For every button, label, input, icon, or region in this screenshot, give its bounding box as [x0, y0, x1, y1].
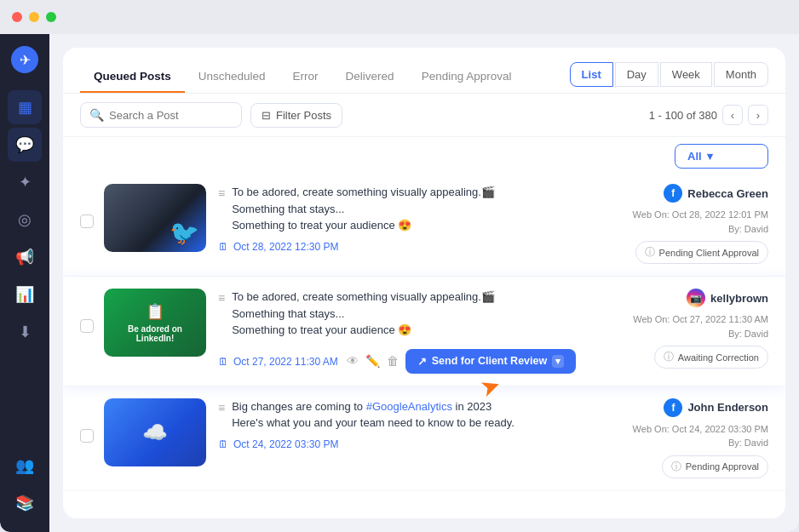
view-list-button[interactable]: List — [570, 62, 613, 87]
linkedin-thumb-text: Be adored on LinkedIn! — [128, 324, 182, 343]
sidebar: ✈ ▦ 💬 ✦ ◎ 📢 📊 ⬇ 👥 — [0, 34, 49, 532]
tab-pending-approval[interactable]: Pending Approval — [408, 61, 526, 93]
post-content-3: ≡ Big changes are coming to #GoogleAnaly… — [218, 398, 615, 450]
view-month-button[interactable]: Month — [714, 62, 768, 87]
sidebar-item-megaphone[interactable]: 📢 — [8, 240, 42, 274]
sidebar-item-support[interactable]: ◎ — [8, 203, 42, 237]
post-thumbnail-3: ☁️ — [104, 398, 206, 466]
post-checkbox-1[interactable] — [80, 215, 94, 228]
pagination-prev[interactable]: ‹ — [722, 105, 743, 125]
dashboard-icon: ▦ — [18, 98, 32, 117]
view-toggles: List Day Week Month — [570, 62, 768, 87]
chevron-down-icon: ▾ — [707, 150, 713, 163]
send-btn-label: Send for Client Review — [432, 355, 547, 367]
delete-icon[interactable]: 🗑 — [387, 354, 399, 368]
status-text-2: Awaiting Correction — [678, 352, 759, 363]
post-by-1: By: David — [633, 222, 768, 237]
search-box[interactable]: 🔍 — [80, 102, 242, 128]
sidebar-item-library[interactable]: 📚 — [8, 486, 42, 520]
account-name-2: kellybrown — [710, 292, 768, 305]
sidebar-item-chat[interactable]: 💬 — [8, 128, 42, 162]
account-name-3: John Enderson — [687, 401, 768, 414]
post-schedule-meta-2: Web On: Oct 27, 2022 11:30 AM By: David — [633, 312, 768, 340]
app-window: ✈ ▦ 💬 ✦ ◎ 📢 📊 ⬇ 👥 — [0, 0, 799, 532]
post-thumbnail-2: 📋 Be adored on LinkedIn! — [104, 289, 206, 357]
post-text-3: ≡ Big changes are coming to #GoogleAnaly… — [218, 398, 615, 432]
filter-button[interactable]: ⊟ Filter Posts — [250, 103, 342, 128]
comment-icon: ≡ — [218, 185, 225, 203]
post-checkbox-3[interactable] — [80, 429, 94, 443]
post-scheduled-time-1: Oct 28, 2022 12:30 PM — [233, 241, 338, 253]
post-account-2: 📷 kellybrown — [687, 289, 768, 307]
post-thumbnail-1 — [104, 184, 206, 252]
clock-icon-2: 🗓 — [218, 356, 228, 368]
post-line3: Something to treat your audience 😍 — [232, 217, 615, 234]
post-line1-2: To be adored, create something visually … — [232, 289, 615, 306]
post-checkbox-2[interactable] — [80, 319, 94, 333]
post-row-3: ☁️ ≡ Big changes are coming to #GoogleAn… — [63, 386, 785, 491]
status-badge-1: ⓘ Pending Client Approval — [635, 241, 768, 264]
all-filter-dropdown[interactable]: All ▾ — [675, 144, 768, 169]
view-day-button[interactable]: Day — [615, 62, 658, 87]
post-meta-1: f Rebecca Green Web On: Oct 28, 2022 12:… — [615, 184, 768, 264]
search-input[interactable] — [109, 109, 233, 122]
post-content-2: ≡ To be adored, create something visuall… — [218, 289, 615, 374]
minimize-dot[interactable] — [29, 12, 39, 22]
post-schedule-meta-3: Web On: Oct 24, 2022 03:30 PM By: David — [633, 422, 768, 450]
close-dot[interactable] — [12, 12, 22, 22]
comment-icon-2: ≡ — [218, 289, 225, 307]
sidebar-item-download[interactable]: ⬇ — [8, 315, 42, 349]
post-meta-2: 📷 kellybrown Web On: Oct 27, 2022 11:30 … — [615, 289, 768, 369]
clock-icon-3: 🗓 — [218, 438, 228, 450]
account-name-1: Rebecca Green — [687, 187, 768, 200]
users-icon: 👥 — [15, 456, 34, 475]
send-client-review-button[interactable]: ↗ Send for Client Review ▾ — [405, 349, 576, 374]
comment-icon-3: ≡ — [218, 399, 225, 417]
facebook-icon-3: f — [664, 398, 682, 417]
chart-icon: 📊 — [15, 285, 34, 304]
sidebar-item-analytics[interactable]: ✦ — [8, 165, 42, 199]
sidebar-item-chart[interactable]: 📊 — [8, 277, 42, 312]
main-content: Queued Posts Unscheduled Error Delivered… — [49, 34, 799, 532]
post-time-2: 🗓 Oct 27, 2022 11:30 AM — [218, 356, 338, 368]
titlebar — [0, 0, 799, 34]
post-web-on-3: Web On: Oct 24, 2022 03:30 PM — [633, 422, 768, 437]
view-week-button[interactable]: Week — [660, 62, 712, 87]
edit-icon[interactable]: ✏️ — [365, 354, 380, 368]
sidebar-logo[interactable]: ✈ — [11, 46, 38, 73]
post-scheduled-time-2: Oct 27, 2022 11:30 AM — [233, 356, 338, 368]
pagination-next[interactable]: › — [748, 105, 768, 125]
all-filter-label: All — [687, 150, 702, 163]
posts-list: ≡ To be adored, create something visuall… — [63, 172, 785, 518]
search-icon: 🔍 — [89, 108, 104, 122]
post-text-body-3: Big changes are coming to #GoogleAnalyti… — [232, 398, 615, 432]
view-icon[interactable]: 👁 — [347, 354, 359, 368]
sidebar-item-users[interactable]: 👥 — [8, 449, 42, 483]
send-btn-caret[interactable]: ▾ — [552, 355, 564, 368]
post-row-highlighted: 📋 Be adored on LinkedIn! ≡ To be adored,… — [63, 277, 785, 386]
post-actions-2: 👁 ✏️ 🗑 ↗ Send for Client Review ▾ — [347, 349, 576, 374]
sidebar-item-dashboard[interactable]: ▦ — [8, 90, 42, 124]
toolbar: 🔍 ⊟ Filter Posts 1 - 100 of 380 ‹ › — [63, 94, 785, 137]
post-text-1: ≡ To be adored, create something visuall… — [218, 184, 615, 234]
post-text-body-1: To be adored, create something visually … — [232, 184, 615, 234]
support-icon: ◎ — [18, 210, 32, 229]
filter-label: Filter Posts — [276, 109, 331, 122]
post-line2-2: Something that stays... — [232, 306, 615, 323]
tab-unscheduled[interactable]: Unscheduled — [185, 61, 279, 93]
megaphone-icon: 📢 — [15, 248, 34, 266]
tab-delivered[interactable]: Delivered — [332, 61, 408, 93]
info-icon-2: ⓘ — [664, 350, 674, 364]
library-icon: 📚 — [15, 494, 34, 512]
tab-error[interactable]: Error — [279, 61, 332, 93]
post-text-body-2: To be adored, create something visually … — [232, 289, 615, 339]
instagram-icon: 📷 — [687, 289, 705, 307]
download-icon: ⬇ — [19, 323, 32, 341]
filter-row: All ▾ — [63, 137, 785, 172]
tab-queued[interactable]: Queued Posts — [80, 61, 185, 93]
post-scheduled-time-3: Oct 24, 2022 03:30 PM — [233, 438, 338, 450]
maximize-dot[interactable] — [46, 12, 56, 22]
chat-icon: 💬 — [15, 135, 34, 154]
status-text-1: Pending Client Approval — [659, 248, 759, 258]
pagination-text: 1 - 100 of 380 — [649, 109, 717, 122]
